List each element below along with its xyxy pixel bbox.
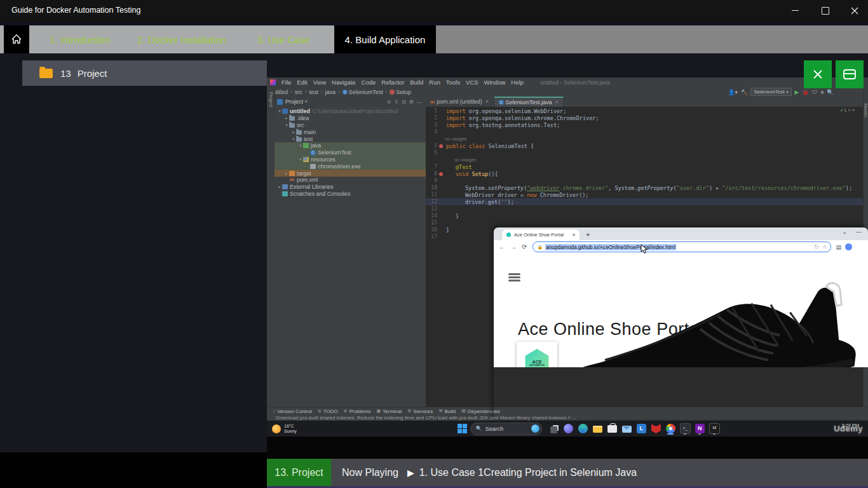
video-close-button[interactable] (804, 60, 832, 88)
menu-item-vcs[interactable]: VCS (466, 79, 478, 86)
site-logo-card[interactable]: ACE AUTOMATION (517, 342, 557, 367)
new-tab-button[interactable]: + (586, 231, 590, 238)
tree-item-target[interactable]: ▸target (275, 170, 426, 177)
tree-item-pom-xml[interactable]: mpom.xml (275, 177, 426, 184)
menu-item-code[interactable]: Code (362, 79, 376, 86)
menu-item-view[interactable]: View (313, 79, 326, 86)
tree-arrow-icon[interactable]: ▸ (277, 184, 282, 189)
taskbar-icon-explorer[interactable] (592, 423, 603, 435)
tree-item-seleniumtest[interactable]: CSeleniumTest (275, 149, 426, 156)
breadcrumb-java[interactable]: java (325, 89, 336, 95)
tree-item-idea[interactable]: ▸.idea (275, 115, 426, 122)
tree-item-src[interactable]: ▾src (275, 122, 426, 129)
menu-item-edit[interactable]: Edit (297, 79, 307, 86)
url-text-selected[interactable]: anupdamoda.github.io/AceOnlineShoePortal… (545, 244, 676, 250)
minimize-button[interactable] (780, 0, 810, 21)
chrome-window[interactable]: Ace Online Shoe Portal ✕ + ⌄ — ← → ⟳ 🔒 a… (494, 227, 868, 419)
video-card-view-button[interactable] (836, 60, 864, 88)
tree-arrow-icon[interactable]: ▾ (291, 137, 296, 142)
stop-icon[interactable]: ■ (820, 89, 824, 95)
tree-item-external-libraries[interactable]: ▸External Libraries (275, 184, 426, 191)
tree-item-untitled[interactable]: ▾untitledC:\Users\aceau\IdeaProjects\unt… (275, 108, 426, 115)
video-frame[interactable]: FileEditViewNavigateCodeRefactorBuildRun… (267, 78, 868, 437)
expand-icon[interactable]: ⇳ (394, 99, 398, 105)
tree-arrow-icon[interactable]: ▾ (298, 157, 303, 162)
gear-icon[interactable]: ⚙ (409, 99, 414, 105)
tab-close-icon[interactable]: ✕ (555, 100, 559, 105)
taskbar-icon-store[interactable] (607, 423, 618, 435)
share-icon[interactable]: ⎋ (815, 244, 818, 250)
tree-arrow-icon[interactable]: ▸ (284, 171, 289, 176)
collapse-icon[interactable]: ⊟ (402, 99, 406, 105)
chrome-minimize-icon[interactable]: — (856, 229, 862, 235)
project-panel-caret-icon[interactable]: ▾ (305, 99, 308, 104)
tab-close-icon[interactable]: ✕ (572, 233, 576, 238)
menu-item-refactor[interactable]: Refactor (381, 79, 404, 86)
menu-item-window[interactable]: Window (484, 79, 506, 86)
tree-arrow-icon[interactable]: ▸ (291, 130, 296, 135)
maximize-button[interactable] (811, 0, 840, 21)
user-icon[interactable]: 👤▾ (728, 89, 738, 95)
profile-avatar[interactable] (845, 243, 852, 250)
run-gutter-icon[interactable] (437, 172, 445, 176)
tool-window-button-version-control[interactable]: ⑂Version Control (273, 409, 312, 414)
next-problem-icon[interactable]: ˅ (852, 107, 855, 113)
hide-panel-icon[interactable]: — (417, 99, 422, 105)
address-bar[interactable]: 🔒 anupdamoda.github.io/AceOnlineShoePort… (532, 241, 831, 252)
tree-item-chromedriver-exe[interactable]: chromedriver.exe (275, 163, 426, 170)
breadcrumb-seleniumtest[interactable]: CSeleniumTest (342, 89, 383, 95)
tree-arrow-icon[interactable]: ▸ (284, 116, 289, 121)
taskbar-icon-intellij[interactable]: IJ (709, 423, 720, 435)
run-configuration-select[interactable]: SeleniumTest▾ (750, 88, 791, 96)
run-icon[interactable]: ▶ (795, 89, 799, 95)
taskbar-icon-mcafee[interactable] (651, 423, 661, 435)
browser-tab[interactable]: Ace Online Shoe Portal ✕ (502, 229, 580, 240)
tree-arrow-icon[interactable]: ▾ (298, 143, 303, 148)
nav-tab-4-build-application[interactable]: 4. Build Application (334, 25, 436, 53)
taskbar-weather[interactable]: 16°C Sunny (272, 424, 297, 434)
back-icon[interactable]: ← (499, 243, 505, 250)
breadcrumb-test[interactable]: test (309, 89, 318, 95)
taskbar-icon-onenote[interactable]: N (695, 423, 705, 435)
start-button[interactable] (458, 424, 467, 433)
menu-item-help[interactable]: Help (511, 79, 524, 86)
taskbar-icon-linkedin[interactable]: L (636, 423, 647, 435)
taskbar-icon-chrome[interactable] (665, 423, 676, 435)
tool-window-button-problems[interactable]: ⊕Problems (344, 409, 371, 414)
menu-item-run[interactable]: Run (429, 79, 440, 86)
locate-file-icon[interactable]: ⊙ (387, 99, 391, 105)
editor-tab-pom-xml-untitled[interactable]: mpom.xml (untitled)✕ (426, 97, 494, 107)
inspections-widget[interactable]: ✔1 ˄ ˅ (840, 107, 855, 113)
tab-close-icon[interactable]: ✕ (485, 99, 489, 104)
tree-item-java[interactable]: ▾java (275, 142, 426, 149)
tree-item-scratches-and-consoles[interactable]: Scratches and Consoles (275, 191, 426, 198)
breadcrumb-setup[interactable]: Setup (390, 89, 411, 95)
tool-window-button-build[interactable]: ⚒Build (438, 409, 456, 414)
hamburger-menu-icon[interactable] (508, 273, 520, 283)
menu-item-tools[interactable]: Tools (446, 79, 460, 86)
run-gutter-icon[interactable] (437, 144, 445, 148)
tree-item-test[interactable]: ▾test (275, 135, 426, 142)
tree-item-main[interactable]: ▸main (275, 128, 426, 135)
build-hammer-icon[interactable]: 🔨 (741, 89, 748, 95)
taskbar-icon-terminal[interactable]: >_ (680, 423, 691, 435)
nav-tab-2-docker-installation[interactable]: 2. Docker Installation (131, 25, 233, 53)
tool-window-button-services[interactable]: ⚙Services (407, 409, 433, 414)
taskbar-icon-edge[interactable] (578, 423, 588, 435)
tree-arrow-icon[interactable]: ▾ (284, 123, 289, 128)
side-panel-icon[interactable]: ▤ (836, 244, 841, 250)
taskbar-search[interactable]: 🔍 Search (471, 423, 542, 435)
sidebar-item-project[interactable]: 13 Project (22, 60, 267, 86)
menu-item-build[interactable]: Build (410, 79, 423, 86)
chrome-menu-chevron-icon[interactable]: ⌄ (842, 229, 847, 235)
forward-icon[interactable]: → (510, 243, 517, 250)
tool-window-button-todo[interactable]: ≣TODO (318, 409, 338, 414)
taskbar-icon-mail[interactable] (621, 423, 632, 435)
editor-tab-seleniumtest-java[interactable]: CSeleniumTest.java✕ (494, 97, 564, 107)
menu-item-navigate[interactable]: Navigate (332, 79, 356, 86)
tool-window-button-terminal[interactable]: ▣Terminal (376, 409, 402, 414)
taskbar-icon-widgets[interactable] (563, 423, 574, 435)
taskbar-icon-task-view[interactable] (548, 423, 559, 435)
prev-problem-icon[interactable]: ˄ (848, 107, 851, 113)
tree-arrow-icon[interactable]: ▾ (277, 109, 282, 114)
